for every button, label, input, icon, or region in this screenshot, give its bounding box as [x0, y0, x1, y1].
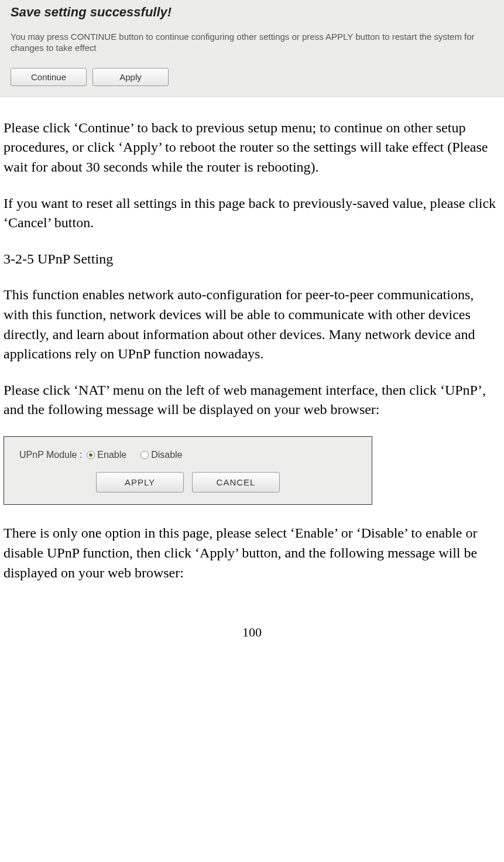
paragraph-continue-apply: Please click ‘Continue’ to back to previ… — [4, 118, 500, 177]
save-settings-panel: Save setting successfully! You may press… — [0, 0, 504, 97]
section-heading-upnp: 3-2-5 UPnP Setting — [4, 249, 500, 269]
radio-disable-icon — [140, 451, 149, 459]
panel-title: Save setting successfully! — [11, 4, 493, 22]
panel-button-row: Continue Apply — [11, 68, 493, 86]
radio-enable[interactable]: Enable — [87, 449, 126, 461]
upnp-module-label: UPnP Module : — [19, 449, 82, 461]
panel-helptext: You may press CONTINUE button to continu… — [11, 31, 493, 54]
paragraph-cancel: If you want to reset all settings in thi… — [4, 194, 500, 233]
page-number: 100 — [4, 624, 500, 654]
radio-disable[interactable]: Disable — [140, 449, 182, 461]
upnp-option-row: UPnP Module : Enable Disable — [4, 449, 372, 461]
document-body: Please click ‘Continue’ to back to previ… — [0, 97, 504, 654]
upnp-button-row: APPLY CANCEL — [4, 472, 372, 492]
paragraph-nat-nav: Please click ‘NAT’ menu on the left of w… — [4, 381, 500, 420]
continue-button[interactable]: Continue — [11, 68, 87, 86]
radio-enable-label: Enable — [97, 449, 126, 461]
radio-disable-label: Disable — [151, 449, 182, 461]
upnp-cancel-button[interactable]: CANCEL — [192, 472, 280, 492]
radio-enable-icon — [87, 451, 95, 459]
paragraph-upnp-desc: This function enables network auto-confi… — [4, 285, 500, 364]
apply-button[interactable]: Apply — [92, 68, 169, 86]
upnp-module-panel: UPnP Module : Enable Disable APPLY CANCE… — [4, 436, 372, 505]
paragraph-enable-disable: There is only one option in this page, p… — [4, 524, 500, 583]
upnp-apply-button[interactable]: APPLY — [96, 472, 184, 492]
